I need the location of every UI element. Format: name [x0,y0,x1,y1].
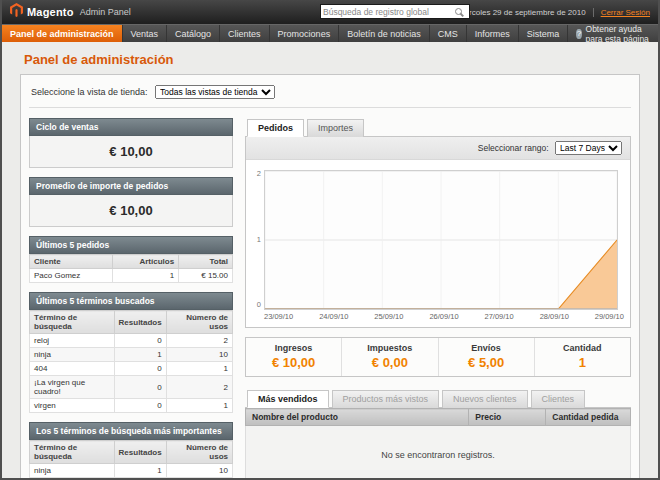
magento-logo-icon [10,3,23,21]
global-search [320,4,470,19]
col-header: Número de usos [166,311,232,334]
col-header: Cliente [30,255,113,269]
brand-name: Magento [27,6,74,18]
page-title: Panel de administración [24,52,658,67]
content-area: Panel de administración Seleccione la vi… [2,42,658,480]
orders-chart [265,171,617,309]
col-header-qty: Cantidad pedida [546,409,631,426]
empty-records-message: No se encontraron registros. [246,426,631,480]
nav-item-newsletter[interactable]: Boletín de noticias [339,25,430,42]
nav-item-reports[interactable]: Informes [467,25,519,42]
page-help-link[interactable]: Obtener ayuda para esta página [568,25,658,42]
store-view-label: Seleccione la vista de tienda: [31,87,148,97]
logout-link[interactable]: Cerrar Sesión [593,8,650,17]
range-label: Seleccionar rango: [478,143,549,153]
lifetime-sales-value: € 10,00 [29,136,233,168]
nav-item-cms[interactable]: CMS [430,25,467,42]
last-orders-table: Cliente Artículos Total Paco Gomez 1 € 1… [29,254,233,283]
totals-bar: Ingresos € 10,00 Impuestos € 0,00 Envíos… [245,337,631,377]
last-search-terms-table: Término de búsqueda Resultados Número de… [29,310,233,413]
table-row[interactable]: ninja 1 10 [30,464,233,478]
nav-item-customers[interactable]: Clientes [220,25,270,42]
store-view-switcher: Seleccione la vista de tienda: Todas las… [29,83,631,108]
table-row[interactable]: reloj 0 2 [30,334,233,348]
nav-item-system[interactable]: Sistema [519,25,569,42]
col-header: Resultados [114,311,166,334]
store-view-select[interactable]: Todas las vistas de tienda [155,85,275,99]
average-orders-title: Promedio de importe de pedidos [29,177,233,195]
tab-new-customers[interactable]: Nuevos clientes [442,390,528,408]
dashboard-card: Seleccione la vista de tienda: Todas las… [20,74,640,480]
table-row[interactable]: 404 0 1 [30,362,233,376]
table-row[interactable]: Paco Gomez 1 € 15.00 [30,269,233,283]
chart-body: 2 1 0 [246,160,630,310]
nav-item-catalog[interactable]: Catálogo [167,25,220,42]
search-icon[interactable] [455,8,462,15]
nav-item-promotions[interactable]: Promociones [270,25,340,42]
tab-bestsellers[interactable]: Más vendidos [247,390,329,408]
top-header: Magento Admin Panel Accedió como apardo … [2,0,658,24]
tab-customers[interactable]: Clientes [531,390,586,408]
table-row[interactable]: ¡La virgen que cuadro! 0 2 [30,376,233,399]
total-tax: Impuestos € 0,00 [341,338,437,376]
chart-y-axis: 2 1 0 [252,170,264,310]
range-select[interactable]: Last 7 Days [555,141,622,155]
col-header-product: Nombre del producto [246,409,469,426]
chart-tabs: Pedidos Importes [245,118,631,137]
last-search-terms-title: Últimos 5 términos buscados [29,292,233,310]
total-revenue: Ingresos € 10,00 [246,338,341,376]
col-header: Término de búsqueda [30,441,115,464]
total-quantity: Cantidad 1 [534,338,630,376]
tab-most-viewed[interactable]: Productos más vistos [332,390,440,408]
main-nav: Panel de administración Ventas Catálogo … [2,24,658,42]
dashboard-left-column: Ciclo de ventas € 10,00 Promedio de impo… [29,118,233,480]
top-search-terms-panel: Los 5 términos de búsqueda más important… [29,422,233,480]
chart-x-axis: 23/09/10 24/09/10 25/09/10 26/09/10 27/0… [264,312,624,321]
orders-chart-panel: Seleccionar rango: Last 7 Days 2 1 0 [245,137,631,328]
top-search-terms-table: Término de búsqueda Resultados Número de… [29,440,233,480]
help-icon [576,29,581,39]
last-search-terms-panel: Últimos 5 términos buscados Término de b… [29,292,233,413]
tab-amounts[interactable]: Importes [307,119,364,137]
chart-plot-area [264,170,618,310]
col-header-price: Precio [469,409,546,426]
grid-tabs: Más vendidos Productos más vistos Nuevos… [245,389,631,408]
global-search-input[interactable] [323,7,455,17]
last-orders-panel: Últimos 5 pedidos Cliente Artículos Tota… [29,236,233,283]
lifetime-sales-title: Ciclo de ventas [29,118,233,136]
last-orders-title: Últimos 5 pedidos [29,236,233,254]
average-orders-panel: Promedio de importe de pedidos € 10,00 [29,177,233,227]
chart-toolbar: Seleccionar rango: Last 7 Days [246,137,630,160]
total-shipping: Envíos € 5,00 [438,338,534,376]
brand-subtitle: Admin Panel [80,7,131,17]
magento-admin-window: Magento Admin Panel Accedió como apardo … [0,0,660,480]
help-label: Obtener ayuda para esta página [586,24,650,44]
table-row[interactable]: ninja 1 10 [30,348,233,362]
table-row[interactable]: virgen 0 1 [30,399,233,413]
col-header: Artículos [113,255,179,269]
top-search-terms-title: Los 5 términos de búsqueda más important… [29,422,233,440]
nav-item-dashboard[interactable]: Panel de administración [2,25,123,42]
col-header: Total [179,255,233,269]
lifetime-sales-panel: Ciclo de ventas € 10,00 [29,118,233,168]
col-header: Número de usos [166,441,232,464]
magento-logo: Magento Admin Panel [10,3,131,21]
average-orders-value: € 10,00 [29,195,233,227]
tab-orders[interactable]: Pedidos [247,119,304,137]
nav-item-sales[interactable]: Ventas [123,25,168,42]
bestsellers-grid: Nombre del producto Precio Cantidad pedi… [245,408,631,480]
col-header: Resultados [114,441,166,464]
col-header: Término de búsqueda [30,311,115,334]
dashboard-right-column: Pedidos Importes Seleccionar rango: Last… [245,118,631,480]
current-date: miércoles 29 de septiembre de 2010 [456,8,585,17]
